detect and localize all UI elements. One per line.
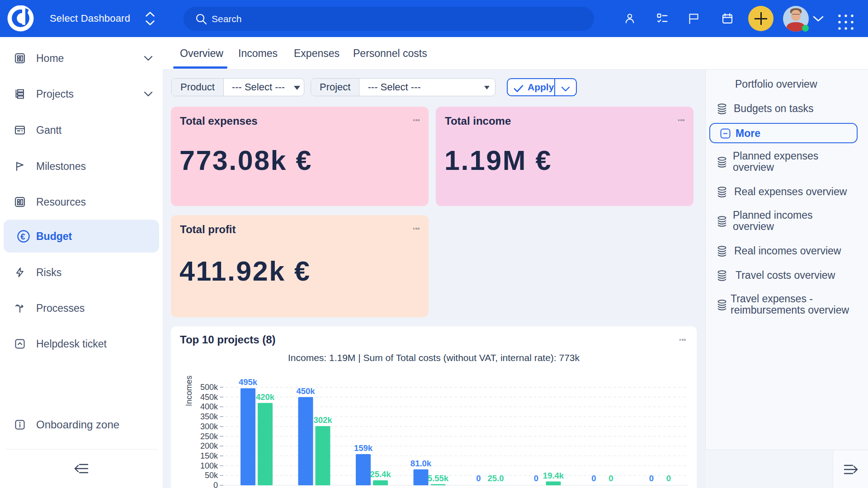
svg-text:0: 0 [213, 481, 218, 488]
svg-text:25.0: 25.0 [487, 474, 504, 483]
svg-text:450k: 450k [296, 386, 315, 396]
svg-text:150k: 150k [200, 451, 218, 460]
svg-text:495k: 495k [239, 377, 258, 387]
svg-text:450k: 450k [200, 393, 218, 402]
svg-text:Incomes: Incomes [184, 375, 193, 406]
svg-text:5.55k: 5.55k [428, 474, 449, 483]
svg-text:500k: 500k [200, 383, 218, 392]
svg-text:350k: 350k [200, 412, 218, 421]
svg-text:0: 0 [666, 474, 671, 483]
svg-text:81.0k: 81.0k [410, 459, 432, 468]
svg-text:19.4k: 19.4k [543, 471, 564, 480]
svg-text:250k: 250k [200, 432, 218, 441]
svg-text:0: 0 [591, 474, 596, 483]
svg-text:0: 0 [649, 474, 654, 483]
svg-text:0: 0 [609, 474, 613, 483]
svg-text:159k: 159k [354, 443, 373, 453]
svg-text:300k: 300k [200, 422, 218, 431]
svg-text:200k: 200k [200, 441, 218, 450]
svg-text:302k: 302k [313, 415, 332, 425]
svg-text:25.4k: 25.4k [370, 469, 391, 479]
svg-text:100k: 100k [200, 461, 218, 470]
svg-text:0: 0 [476, 474, 481, 483]
svg-text:50k: 50k [205, 471, 218, 480]
svg-text:420k: 420k [256, 392, 275, 402]
svg-text:0: 0 [534, 474, 538, 483]
svg-text:€: € [20, 231, 25, 241]
svg-text:400k: 400k [200, 402, 218, 411]
